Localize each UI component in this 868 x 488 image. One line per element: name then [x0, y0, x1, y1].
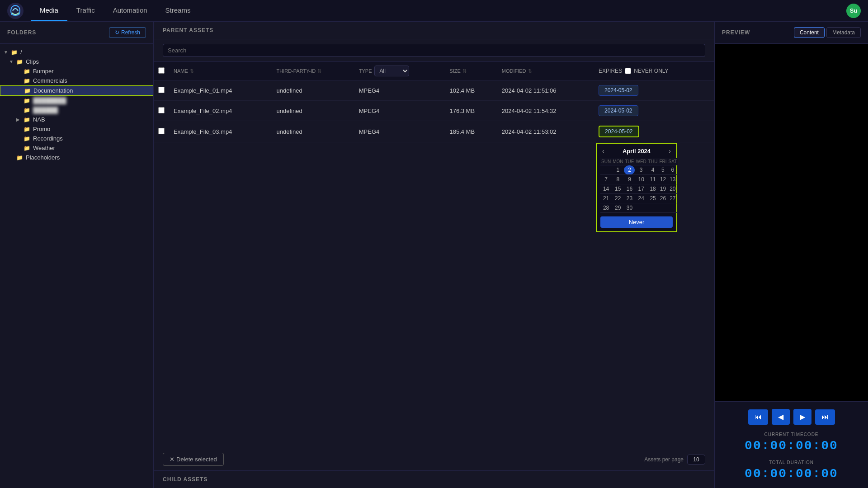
tab-metadata[interactable]: Metadata [826, 27, 861, 38]
sidebar-header: FOLDERS ↻ Refresh [0, 22, 153, 44]
cal-day[interactable]: 24 [635, 194, 647, 203]
expires-button[interactable]: 2024-05-02 [599, 126, 639, 137]
sidebar-item-placeholders[interactable]: ▶ 📁 Placeholders [0, 153, 153, 162]
cal-day[interactable]: 28 [600, 203, 612, 213]
sidebar-item-promo[interactable]: ▶ 📁 Promo [0, 124, 153, 134]
cal-day-wed: WED [635, 158, 647, 165]
col-name: NAME ⇅ [169, 62, 272, 80]
sidebar-item-nab[interactable]: ▶ 📁 NAB [0, 115, 153, 124]
user-avatar[interactable]: Su [846, 4, 861, 18]
cal-day[interactable]: 20 [667, 184, 678, 194]
cal-day[interactable]: 6 [667, 165, 678, 175]
nav-tab-streams[interactable]: Streams [156, 0, 200, 21]
expand-icon: ▶ [16, 117, 22, 122]
per-page-input[interactable] [687, 455, 705, 465]
cal-day[interactable]: 12 [658, 175, 667, 184]
fast-forward-button[interactable]: ⏭ [815, 409, 835, 425]
total-duration-value: 00:00:00:00 [722, 467, 861, 481]
cal-day[interactable]: 4 [647, 165, 659, 175]
sidebar-item-clips[interactable]: ▼ 📁 Clips [0, 57, 153, 66]
search-bar [154, 39, 714, 62]
current-timecode-section: CURRENT TIMECODE 00:00:00:00 [722, 432, 861, 453]
cal-day[interactable]: 18 [647, 184, 659, 194]
expires-button[interactable]: 2024-05-02 [599, 105, 638, 116]
calendar-prev-button[interactable]: ‹ [600, 147, 606, 155]
cell-size: 185.4 MB [445, 121, 497, 142]
nav-tab-automation[interactable]: Automation [104, 0, 156, 21]
row-checkbox[interactable] [158, 128, 165, 134]
cal-day[interactable]: 25 [647, 194, 659, 203]
cal-week: 7 8 9 10 11 12 13 [600, 175, 678, 184]
main-layout: FOLDERS ↻ Refresh ▼ 📁 / ▼ 📁 Clips ▶ 📁 [0, 22, 868, 488]
refresh-button[interactable]: ↻ Refresh [109, 27, 146, 38]
cal-day[interactable]: 29 [612, 203, 624, 213]
top-nav: Media Traffic Automation Streams Su [0, 0, 868, 22]
sidebar-item-bumper[interactable]: ▶ 📁 Bumper [0, 66, 153, 76]
cal-day[interactable]: 3 [635, 165, 647, 175]
cell-name: Example_File_03.mp4 [169, 121, 272, 142]
preview-title: PREVIEW [722, 29, 750, 36]
cal-day[interactable]: 21 [600, 194, 612, 203]
cal-day[interactable]: 9 [624, 175, 635, 184]
cal-day[interactable] [600, 165, 612, 175]
cal-day[interactable]: 8 [612, 175, 624, 184]
cal-day[interactable]: 13 [667, 175, 678, 184]
cal-day[interactable]: 7 [600, 175, 612, 184]
nav-right: Su [846, 4, 861, 18]
calendar-popup: ‹ April 2024 › SUN MON TUE WED THU FRI S… [596, 143, 677, 232]
cal-day [635, 203, 647, 213]
type-filter-select[interactable]: All MPEG4 MXF [374, 66, 409, 76]
folder-icon: 📁 [24, 117, 30, 123]
cal-day[interactable]: 27 [667, 194, 678, 203]
tab-content[interactable]: Content [794, 27, 825, 38]
sidebar-item-weather[interactable]: ▶ 📁 Weather [0, 143, 153, 153]
calendar-next-button[interactable]: › [667, 147, 673, 155]
cal-day [647, 203, 659, 213]
cal-day[interactable]: 5 [658, 165, 667, 175]
cal-day[interactable]: 23 [624, 194, 635, 203]
expires-button[interactable]: 2024-05-02 [599, 85, 638, 96]
search-input[interactable] [163, 44, 705, 57]
cal-day[interactable]: 1 [612, 165, 624, 175]
folder-icon: 📁 [11, 49, 18, 56]
rewind-button[interactable]: ◀ [772, 409, 790, 425]
sidebar-item-label: Recordings [33, 135, 63, 142]
cell-third-party-id: undefined [272, 80, 354, 101]
cell-expires: 2024-05-02 [594, 80, 714, 101]
cal-day[interactable]: 2 [624, 165, 635, 175]
never-only-checkbox[interactable] [625, 68, 631, 74]
row-checkbox[interactable] [158, 87, 165, 93]
cal-day[interactable]: 11 [647, 175, 659, 184]
sidebar-item-root[interactable]: ▼ 📁 / [0, 47, 153, 57]
cell-modified: 2024-04-02 11:53:02 [497, 121, 594, 142]
nav-tab-traffic[interactable]: Traffic [67, 0, 104, 21]
cal-day[interactable]: 17 [635, 184, 647, 194]
cal-day[interactable]: 26 [658, 194, 667, 203]
rewind-fast-button[interactable]: ⏮ [748, 409, 768, 425]
folder-icon: 📁 [24, 88, 31, 94]
cal-day[interactable]: 30 [624, 203, 635, 213]
sidebar-item-label: Commercials [33, 77, 67, 84]
sidebar-tree: ▼ 📁 / ▼ 📁 Clips ▶ 📁 Bumper ▶ 📁 Commercia… [0, 44, 153, 166]
cal-day[interactable]: 19 [658, 184, 667, 194]
sidebar-item-recordings[interactable]: ▶ 📁 Recordings [0, 134, 153, 143]
playback-controls: ⏮ ◀ ▶ ⏭ [748, 409, 835, 425]
sidebar-item-blurred1[interactable]: ▶ 📁 ████████ [0, 96, 153, 105]
cal-day[interactable]: 16 [624, 184, 635, 194]
sidebar-item-documentation[interactable]: ▶ 📁 Documentation [0, 85, 153, 96]
controls-area: ⏮ ◀ ▶ ⏭ CURRENT TIMECODE 00:00:00:00 TOT… [715, 401, 868, 488]
per-page-label: Assets per page [644, 456, 684, 463]
calendar-never-button[interactable]: Never [600, 216, 673, 228]
cal-day[interactable]: 22 [612, 194, 624, 203]
nav-tab-media[interactable]: Media [31, 0, 67, 21]
row-checkbox[interactable] [158, 107, 165, 113]
cal-day[interactable]: 14 [600, 184, 612, 194]
cal-day[interactable]: 10 [635, 175, 647, 184]
sidebar-item-blurred2[interactable]: ▶ 📁 ██████ [0, 105, 153, 115]
select-all-checkbox[interactable] [158, 67, 165, 74]
sidebar-item-label: NAB [33, 116, 45, 123]
play-button[interactable]: ▶ [793, 409, 811, 425]
sidebar-item-commercials[interactable]: ▶ 📁 Commercials [0, 76, 153, 85]
delete-selected-button[interactable]: ✕ Delete selected [163, 453, 224, 466]
cal-day[interactable]: 15 [612, 184, 624, 194]
